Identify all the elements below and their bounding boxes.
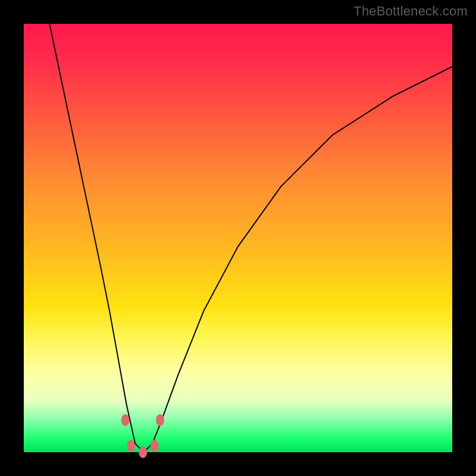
bottleneck-curve [49,24,452,452]
curve-markers [121,414,164,458]
curve-marker [121,414,130,426]
curve-marker [139,446,147,458]
chart-svg [24,24,452,452]
curve-marker [156,414,164,426]
chart-frame: TheBottleneck.com [0,0,476,476]
watermark-label: TheBottleneck.com [353,4,468,19]
curve-marker [127,440,135,452]
curve-marker [151,440,159,452]
